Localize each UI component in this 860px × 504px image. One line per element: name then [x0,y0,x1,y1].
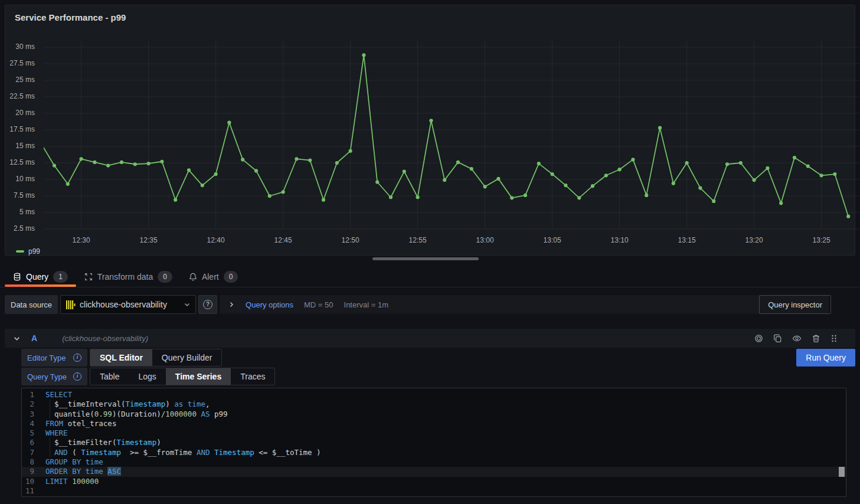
svg-text:12:35: 12:35 [140,236,158,244]
query-row-header: A (clickhouse-observability) [5,329,855,348]
y-tick-label: 27.5 ms [5,59,39,67]
line-number: 7 [22,448,45,457]
y-tick-label: 10 ms [5,175,39,183]
code-line-6[interactable]: 6 $__timeFilter(Timestamp) [22,438,846,447]
hide-query-button[interactable] [792,334,802,343]
code-line-2[interactable]: 2 $__timeInterval(Timestamp) as time, [22,400,846,409]
chevron-right-icon[interactable] [228,301,235,308]
tab-query[interactable]: Query 1 [5,267,76,287]
query-ref-id[interactable]: A [31,333,37,343]
line-number: 5 [22,428,45,438]
eye-icon [792,334,802,343]
editor-type-radio-group: SQL Editor Query Builder [90,349,222,366]
datasource-row: Data source clickhouse-observability ? Q… [5,295,855,314]
query-type-option-logs[interactable]: Logs [129,368,165,385]
code-text: GROUP BY time [45,457,846,467]
legend-item-p99[interactable]: p99 [16,247,40,256]
tab-alert-count: 0 [224,271,238,283]
tab-alert-label: Alert [202,272,219,282]
editor-type-label: Editor Type i [21,349,87,366]
grafana-edit-panel-screen: Service Performance - p99 2.5 ms5 ms7.5 … [0,0,860,504]
query-options-md: MD = 50 [304,300,333,309]
y-tick-label: 2.5 ms [5,224,39,233]
query-type-option-traces[interactable]: Traces [231,368,274,385]
code-text: $__timeFilter(Timestamp) [45,438,846,447]
drag-query-handle[interactable] [830,334,838,343]
code-text: AND ( Timestamp >= $__fromTime AND Times… [45,448,846,457]
code-line-4[interactable]: 4FROM otel_traces [22,419,846,428]
code-line-11[interactable]: 11 [22,486,846,496]
editor-tabbar: Query 1 Transform data 0 Alert 0 [5,267,246,287]
circle-icon [754,334,763,343]
y-tick-label: 17.5 ms [5,125,39,133]
duplicate-query-button[interactable] [773,334,782,343]
svg-text:12:45: 12:45 [274,236,292,244]
info-icon: i [73,354,81,362]
query-row-actions [754,334,838,343]
info-icon: i [73,372,81,381]
code-line-10[interactable]: 10LIMIT 100000 [22,477,846,486]
grip-icon [830,334,838,343]
code-text: $__timeInterval(Timestamp) as time, [45,400,846,409]
editor-type-option-sql-editor[interactable]: SQL Editor [90,349,152,366]
question-circle-icon: ? [203,300,212,309]
copy-icon [773,334,782,343]
tab-alert[interactable]: Alert 0 [181,267,246,287]
y-tick-label: 25 ms [5,76,39,84]
query-options-toggle[interactable]: Query options [246,300,293,309]
line-number: 11 [22,486,45,496]
datasource-select[interactable]: clickhouse-observability [60,295,196,314]
code-text: WHERE [45,428,846,438]
svg-text:13:25: 13:25 [813,236,830,244]
code-line-8[interactable]: 8GROUP BY time [22,457,846,467]
svg-text:12:30: 12:30 [73,236,90,244]
legend-swatch [16,250,24,253]
sql-code-editor[interactable]: 1SELECT2 $__timeInterval(Timestamp) as t… [21,388,846,497]
line-number: 9 [22,467,45,476]
svg-text:13:20: 13:20 [745,236,763,244]
timeseries-panel: Service Performance - p99 2.5 ms5 ms7.5 … [5,5,855,256]
line-number: 2 [22,400,45,409]
code-line-3[interactable]: 3 quantile(0.99)(Duration)/1000000 AS p9… [22,410,846,419]
y-tick-label: 7.5 ms [5,191,39,199]
clickhouse-logo [66,300,76,310]
timeseries-plot[interactable]: 12:3012:3512:4012:4512:5012:5513:0013:05… [44,35,860,247]
transform-icon [84,273,93,281]
code-text: SELECT [45,390,846,400]
query-type-option-table[interactable]: Table [90,368,129,385]
query-options-strip: Query options MD = 50 Interval = 1m [220,295,829,314]
code-line-5[interactable]: 5WHERE [22,428,846,438]
legend-label: p99 [28,247,40,256]
delete-query-button[interactable] [812,334,820,343]
tabs-divider [0,287,860,287]
tab-transform-count: 0 [158,271,172,283]
editor-scrollbar-thumb[interactable] [839,467,845,476]
svg-text:13:15: 13:15 [678,236,696,244]
run-query-button[interactable]: Run Query [796,349,855,366]
line-number: 4 [22,419,45,428]
panel-horizontal-scrollbar[interactable] [372,257,479,260]
svg-text:12:55: 12:55 [409,236,427,244]
y-tick-label: 22.5 ms [5,92,39,100]
y-tick-label: 12.5 ms [5,158,39,166]
code-text: LIMIT 100000 [45,477,846,486]
database-icon [13,273,21,281]
toggle-query-button[interactable] [754,334,763,343]
datasource-help-button[interactable]: ? [198,295,217,314]
code-line-9[interactable]: 9ORDER BY time ASC [22,467,846,476]
code-text [45,486,846,496]
code-line-1[interactable]: 1SELECT [22,390,846,400]
code-text: quantile(0.99)(Duration)/1000000 AS p99 [45,410,846,419]
tab-transform-data[interactable]: Transform data 0 [76,267,181,287]
y-tick-label: 15 ms [5,142,39,150]
query-type-option-time-series[interactable]: Time Series [166,368,231,385]
query-inspector-button[interactable]: Query inspector [759,295,831,314]
code-line-7[interactable]: 7 AND ( Timestamp >= $__fromTime AND Tim… [22,448,846,457]
query-datasource-hint: (clickhouse-observability) [62,334,148,343]
svg-text:13:10: 13:10 [611,236,629,244]
code-lines: 1SELECT2 $__timeInterval(Timestamp) as t… [22,390,846,496]
code-text: FROM otel_traces [45,419,846,428]
bell-icon [189,273,197,281]
collapse-chevron-icon[interactable] [13,335,21,342]
editor-type-option-query-builder[interactable]: Query Builder [152,349,222,366]
